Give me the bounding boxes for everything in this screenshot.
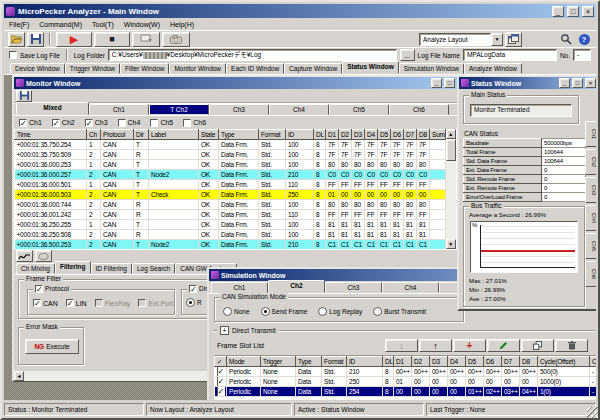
maximize-icon[interactable]: □ xyxy=(567,6,579,17)
tab-capture-window[interactable]: Capture Window xyxy=(284,63,342,74)
dir-checkbox[interactable]: ✓ xyxy=(189,285,197,293)
table-row[interactable]: +000:01:36.000.5011CANTOKData Frm.Std.11… xyxy=(15,180,446,190)
row-checkbox-cell[interactable]: ✓ xyxy=(215,367,227,377)
radio-button[interactable] xyxy=(373,307,382,316)
menu-item-help[interactable]: Help(H) xyxy=(170,21,194,28)
column-header[interactable]: D6 xyxy=(391,130,404,140)
close-icon[interactable]: × xyxy=(585,78,596,88)
column-header[interactable]: Type xyxy=(219,130,259,140)
log-file-name-input[interactable]: MPALogData xyxy=(463,49,557,61)
column-header[interactable]: Mode xyxy=(227,357,261,367)
ellipse-icon[interactable] xyxy=(35,250,52,262)
protocol-option-lin[interactable]: ✓LIN xyxy=(66,299,87,307)
monitor-tab-t-ch2[interactable]: T Ch2 xyxy=(149,104,209,115)
channel-check-ch2[interactable]: ✓Ch2 xyxy=(52,119,75,127)
scroll-left-icon[interactable]: ◄ xyxy=(14,371,24,381)
table-row[interactable]: +000:01:36.250.5082CANROKData Frm.Std.10… xyxy=(15,230,446,240)
checkbox[interactable]: ✓ xyxy=(33,299,41,307)
column-header[interactable]: ID xyxy=(286,130,314,140)
tab-device-window[interactable]: Device Window xyxy=(10,63,65,74)
sim-tab-ch2[interactable]: Ch2 xyxy=(268,280,325,293)
column-header[interactable]: D2 xyxy=(339,130,352,140)
table-row[interactable]: +000:01:35.750.2541CANTOKData Frm.Std.10… xyxy=(15,140,446,150)
monitor-tab-ch4[interactable]: Ch4 xyxy=(269,104,329,115)
checkbox[interactable]: ✓ xyxy=(217,367,226,377)
table-row[interactable]: +000:01:36.250.2551CANTOKData Frm.Std.10… xyxy=(15,220,446,230)
stop-icon[interactable]: ■ xyxy=(94,32,130,47)
column-header[interactable]: D1 xyxy=(393,357,411,367)
column-header[interactable]: D6 xyxy=(483,357,501,367)
menu-item-window[interactable]: Window(W) xyxy=(124,21,160,28)
copy-icon[interactable] xyxy=(521,339,554,352)
status-channel-tab-ch4[interactable]: Ch4 xyxy=(585,205,596,231)
radio-button[interactable] xyxy=(223,307,232,316)
tab-status-window[interactable]: Status Window xyxy=(342,61,399,74)
edit-icon[interactable] xyxy=(487,339,520,352)
frame-slot-row[interactable]: ✓PeriodicNoneDataStd.2508010000000000000… xyxy=(215,377,597,387)
row-checkbox-cell[interactable]: ✓ xyxy=(215,377,227,387)
log-folder-input[interactable]: C:¥Users¥¥Desktop¥MicroPeckerデモ¥Log xyxy=(108,49,397,61)
checkbox[interactable]: ✓ xyxy=(85,119,93,127)
column-header[interactable]: D4 xyxy=(365,130,378,140)
open-icon[interactable] xyxy=(8,32,25,47)
menu-item-file[interactable]: File(F) xyxy=(9,21,29,28)
tab-monitor-window[interactable]: Monitor Window xyxy=(169,63,226,74)
column-header[interactable]: Format xyxy=(259,130,286,140)
save-icon[interactable] xyxy=(16,90,32,102)
delete-icon[interactable] xyxy=(555,339,588,352)
monitor-tab-ch5[interactable]: Ch5 xyxy=(329,104,389,115)
protocol-checkbox[interactable]: ✓ xyxy=(35,285,43,293)
monitor-tab-ch3[interactable]: Ch3 xyxy=(209,104,269,115)
column-header[interactable]: Dir xyxy=(134,130,149,140)
waveform-icon[interactable] xyxy=(16,250,33,262)
channel-check-ch3[interactable]: ✓Ch3 xyxy=(85,119,108,127)
column-header[interactable]: Sum xyxy=(430,130,446,140)
channel-check-ch5[interactable]: Ch5 xyxy=(150,119,173,127)
maximize-icon[interactable]: □ xyxy=(572,78,583,88)
channel-check-ch4[interactable]: Ch4 xyxy=(118,119,141,127)
column-header[interactable]: D5 xyxy=(378,130,391,140)
checkbox[interactable] xyxy=(118,119,126,127)
filter-tab-filtering[interactable]: Filtering xyxy=(55,261,91,274)
column-header[interactable]: Co xyxy=(589,357,596,367)
mode-option-none[interactable]: None xyxy=(223,307,250,316)
mode-option-log-replay[interactable]: Log Replay xyxy=(318,307,362,316)
execute-button[interactable]: NG Execute xyxy=(25,339,79,354)
filter-tab-ch-mixing[interactable]: Ch Mixing xyxy=(16,263,55,274)
protocol-option-can[interactable]: ✓CAN xyxy=(33,299,58,307)
table-row[interactable]: +000:01:36.500.2532CANTNode2OKData Frm.S… xyxy=(15,240,446,250)
dir-option-r[interactable]: R xyxy=(186,298,202,307)
protocol-option-ext.port[interactable]: Ext.Port xyxy=(138,299,173,307)
save-icon[interactable] xyxy=(27,32,44,47)
channel-check-ch6[interactable]: Ch6 xyxy=(183,119,206,127)
column-header[interactable]: DL xyxy=(383,357,394,367)
column-header[interactable]: Label xyxy=(149,130,199,140)
column-header[interactable]: DL xyxy=(314,130,326,140)
frame-slot-row[interactable]: ✓PeriodicNoneDataStd.210800++00++00++00+… xyxy=(215,367,597,377)
table-row[interactable]: +000:01:35.750.5092CANROKData Frm.Std.10… xyxy=(15,150,446,160)
column-header[interactable]: D5 xyxy=(465,357,483,367)
table-row[interactable]: +000:01:36.000.2531CANTOKData Frm.Std.10… xyxy=(15,160,446,170)
column-header[interactable]: D3 xyxy=(429,357,447,367)
chevron-down-icon[interactable]: ▼ xyxy=(491,33,503,46)
column-header[interactable]: State xyxy=(199,130,219,140)
tab-trigger-window[interactable]: Trigger Window xyxy=(65,63,120,74)
minimize-icon[interactable]: _ xyxy=(552,6,564,17)
column-header[interactable]: Ch xyxy=(87,130,101,140)
monitor-tab-ch1[interactable]: Ch1 xyxy=(89,104,149,115)
column-header[interactable]: Time xyxy=(15,130,87,140)
status-channel-tab-ch1[interactable]: Ch1 xyxy=(585,121,596,147)
table-row[interactable]: +000:01:36.001.2422CANROKData Frm.Std.11… xyxy=(15,210,446,220)
browse-button[interactable]: ... xyxy=(400,49,415,61)
column-header[interactable]: D1 xyxy=(326,130,339,140)
column-header[interactable]: D4 xyxy=(447,357,465,367)
maximize-icon[interactable]: □ xyxy=(444,78,455,88)
sim-tab-ch3[interactable]: Ch3 xyxy=(325,282,382,293)
monitor-tab-ch6[interactable]: Ch6 xyxy=(389,104,449,115)
column-header[interactable]: D3 xyxy=(352,130,365,140)
vertical-scrollbar[interactable]: ▲ ▼ xyxy=(446,129,456,249)
help-icon[interactable]: ? xyxy=(576,32,592,47)
radio-button[interactable] xyxy=(186,298,195,307)
tab-analyze-window[interactable]: Analyze Window xyxy=(464,63,522,74)
layout-icon[interactable] xyxy=(505,32,522,47)
